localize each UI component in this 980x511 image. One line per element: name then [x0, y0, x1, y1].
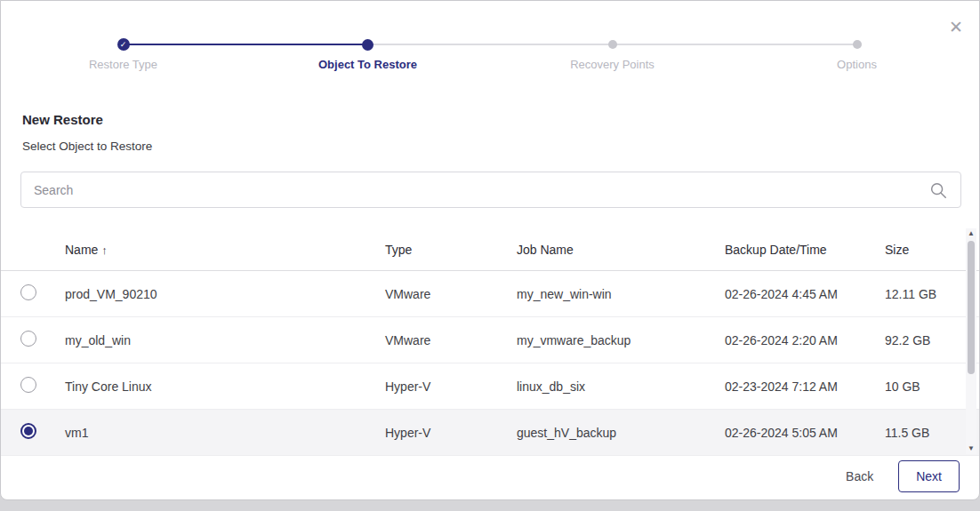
- search-input[interactable]: [21, 172, 928, 207]
- cell-type: VMware: [385, 333, 517, 347]
- radio-button[interactable]: [20, 377, 36, 393]
- sort-asc-icon[interactable]: ↑: [101, 244, 108, 257]
- cell-type: Hyper-V: [385, 426, 517, 440]
- wizard-footer: Back Next: [846, 459, 960, 492]
- wizard-stepper: ✓ Restore Type Object To Restore Recover…: [1, 38, 979, 71]
- scrollbar[interactable]: ▲ ▼: [966, 228, 976, 454]
- table-row[interactable]: vm1 Hyper-V guest_hV_backup 02-26-2024 5…: [1, 410, 979, 456]
- radio-button[interactable]: [20, 284, 36, 300]
- step-object-to-restore[interactable]: Object To Restore: [245, 38, 490, 71]
- step-recovery-points[interactable]: Recovery Points: [490, 38, 735, 71]
- page-title: New Restore: [22, 112, 103, 127]
- step-label: Restore Type: [1, 58, 245, 71]
- cell-name: prod_VM_90210: [65, 287, 385, 301]
- cell-backup-datetime: 02-26-2024 2:20 AM: [725, 333, 885, 347]
- table-row[interactable]: my_old_win VMware my_vmware_backup 02-26…: [1, 317, 979, 363]
- cell-name: vm1: [65, 426, 385, 440]
- cell-name: my_old_win: [65, 333, 385, 347]
- step-restore-type[interactable]: ✓ Restore Type: [1, 38, 245, 71]
- cell-job-name: linux_db_six: [517, 379, 725, 394]
- cell-type: VMware: [385, 287, 517, 301]
- cell-name: Tiny Core Linux: [65, 379, 385, 394]
- cell-type: Hyper-V: [385, 379, 517, 394]
- scroll-down-icon[interactable]: ▼: [966, 443, 976, 454]
- back-button[interactable]: Back: [846, 469, 873, 483]
- cell-backup-datetime: 02-26-2024 5:05 AM: [725, 426, 885, 440]
- column-header-job-name[interactable]: Job Name: [517, 243, 725, 257]
- search-icon[interactable]: [928, 180, 948, 200]
- scroll-up-icon[interactable]: ▲: [966, 228, 976, 239]
- step-options[interactable]: Options: [735, 38, 979, 71]
- scrollbar-thumb[interactable]: [968, 241, 975, 374]
- objects-table: Name↑ Type Job Name Backup Date/Time Siz…: [1, 228, 979, 456]
- step-label: Options: [735, 58, 979, 71]
- step-pending-dot-icon: [853, 40, 862, 49]
- step-completed-check-icon: ✓: [117, 38, 130, 51]
- new-restore-dialog: ✕ ✓ Restore Type Object To Restore Recov…: [0, 0, 980, 500]
- cell-backup-datetime: 02-23-2024 7:12 AM: [725, 379, 885, 394]
- column-header-name[interactable]: Name↑: [65, 243, 385, 257]
- cell-job-name: my_vmware_backup: [517, 333, 725, 347]
- column-header-backup-datetime[interactable]: Backup Date/Time: [725, 243, 885, 257]
- column-header-type[interactable]: Type: [385, 243, 517, 257]
- close-icon[interactable]: ✕: [949, 19, 963, 36]
- table-row[interactable]: Tiny Core Linux Hyper-V linux_db_six 02-…: [1, 363, 979, 410]
- cell-backup-datetime: 02-26-2024 4:45 AM: [725, 287, 885, 301]
- radio-button[interactable]: [20, 423, 36, 439]
- radio-button[interactable]: [20, 331, 36, 347]
- page-subtitle: Select Object to Restore: [22, 140, 152, 153]
- table-header-row: Name↑ Type Job Name Backup Date/Time Siz…: [1, 228, 979, 271]
- step-active-dot-icon: [362, 39, 374, 51]
- search-box: [20, 172, 961, 208]
- cell-job-name: guest_hV_backup: [517, 426, 725, 440]
- step-label: Recovery Points: [490, 58, 735, 71]
- cell-job-name: my_new_win-win: [517, 287, 725, 301]
- table-row[interactable]: prod_VM_90210 VMware my_new_win-win 02-2…: [1, 271, 979, 317]
- step-label: Object To Restore: [245, 58, 490, 71]
- step-pending-dot-icon: [608, 40, 617, 49]
- next-button[interactable]: Next: [898, 460, 960, 492]
